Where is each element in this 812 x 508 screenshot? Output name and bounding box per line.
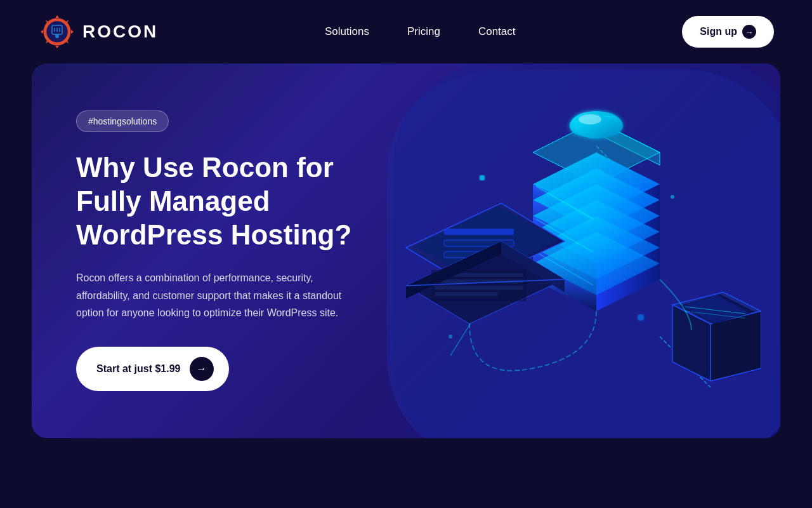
cta-label: Start at just $1.99 (96, 363, 181, 375)
signup-label: Sign up (700, 26, 737, 37)
signup-button[interactable]: Sign up → (682, 16, 774, 48)
nav-pricing[interactable]: Pricing (407, 25, 440, 38)
cta-arrow-icon: → (190, 357, 214, 381)
cta-button[interactable]: Start at just $1.99 → (76, 347, 229, 391)
navbar: ROCON Solutions Pricing Contact Sign up … (0, 0, 812, 64)
svg-point-61 (480, 175, 485, 180)
svg-point-62 (671, 195, 674, 199)
hero-title: Why Use Rocon for Fully Managed WordPres… (76, 151, 368, 251)
logo-icon (38, 13, 76, 51)
hero-illustration (355, 83, 761, 438)
nav-solutions[interactable]: Solutions (325, 25, 369, 38)
hero-tag: #hostingsolutions (76, 110, 169, 132)
svg-point-6 (55, 34, 59, 38)
svg-point-64 (449, 335, 452, 338)
svg-point-37 (579, 114, 601, 124)
brand-name: ROCON (82, 22, 158, 42)
signup-arrow-icon: → (742, 25, 756, 39)
hero-content: #hostingsolutions Why Use Rocon for Full… (32, 72, 412, 429)
nav-links: Solutions Pricing Contact (325, 25, 516, 38)
logo[interactable]: ROCON (38, 13, 158, 51)
hero-section: #hostingsolutions Why Use Rocon for Full… (32, 64, 780, 438)
hero-description: Rocon offers a combination of performanc… (76, 269, 368, 321)
svg-point-63 (638, 314, 644, 321)
svg-rect-50 (435, 292, 498, 296)
nav-contact[interactable]: Contact (478, 25, 516, 38)
svg-rect-49 (435, 286, 523, 290)
